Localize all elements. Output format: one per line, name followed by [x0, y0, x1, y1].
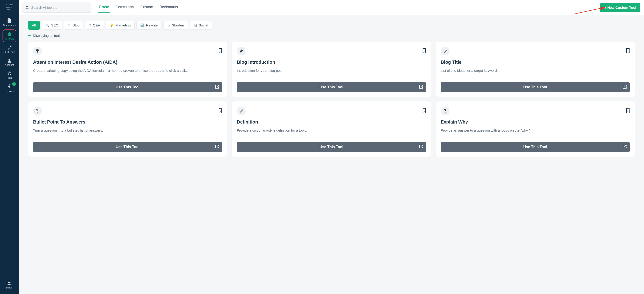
sidebar-item-label: Documents [3, 24, 16, 27]
use-tool-button[interactable]: Use This Tool [33, 142, 222, 152]
external-link-icon [419, 145, 423, 149]
sidebar-item-switch[interactable]: Switch [2, 279, 16, 291]
search-icon [26, 6, 29, 10]
sidebar-item-label: Updates [5, 90, 14, 92]
wand-icon [441, 47, 450, 55]
tab-custom[interactable]: Custom [140, 2, 154, 13]
sidebar-item-label: SEO Tools [4, 51, 16, 53]
tab-bookmarks[interactable]: Bookmarks [159, 2, 179, 13]
sidebar-item-updates[interactable]: 1 Updates [2, 82, 16, 94]
tool-description: Provide an answer to a question with a f… [441, 128, 630, 138]
search-input[interactable] [31, 6, 88, 10]
status-line: ➔ Displaying all tools [19, 32, 644, 42]
sidebar-item-account[interactable]: Account [2, 56, 16, 68]
tool-description: Turn a question into a bulleted list of … [33, 128, 222, 138]
use-tool-button[interactable]: Use This Tool [33, 82, 222, 92]
tool-card: Blog Introduction Introduction for your … [232, 42, 431, 97]
app-logo [5, 3, 14, 12]
main-area: Frase Community Custom Bookmarks + New C… [19, 0, 644, 294]
filter-marketing[interactable]: 💡Marketing [106, 21, 134, 30]
tool-description: List of title ideas for a target keyword… [441, 68, 630, 78]
bookmark-icon[interactable] [626, 108, 630, 114]
sidebar-item-ai-tools[interactable]: AI Tools [2, 30, 16, 42]
tool-card: Explain Why Provide an answer to a quest… [436, 101, 635, 157]
bulb-icon [33, 47, 42, 55]
bulb-icon: 💡 [110, 24, 114, 27]
tool-title: Definition [237, 119, 426, 125]
tool-title: Bullet Point To Answers [33, 119, 222, 125]
svg-rect-2 [10, 4, 13, 5]
tool-description: Introduction for your blog post. [237, 68, 426, 78]
tool-card: Definition Provide a dictionary-style de… [232, 101, 431, 157]
use-tool-button[interactable]: Use This Tool [441, 82, 630, 92]
svg-point-4 [11, 7, 12, 8]
svg-point-10 [10, 34, 10, 35]
arrow-right-icon: ➔ [28, 33, 31, 38]
tool-grid: Attention Interest Desire Action (AIDA) … [19, 42, 644, 166]
filter-social[interactable]: 🖼Social [190, 21, 212, 30]
svg-rect-6 [8, 33, 11, 36]
tab-community[interactable]: Community [114, 2, 135, 13]
filter-blog[interactable]: ✎Blog [64, 21, 83, 30]
filter-shorten[interactable]: ⇲Shorten [164, 21, 188, 30]
new-custom-tool-button[interactable]: + New Custom Tool [600, 3, 640, 12]
sidebar-item-seo-tools[interactable]: SEO Tools [2, 43, 16, 55]
updates-badge: 1 [12, 82, 16, 86]
filter-chips: All 🔍SEO ✎Blog ?Q&A 💡Marketing 🔄Rewrite … [19, 15, 644, 32]
lifebuoy-icon [7, 71, 12, 75]
svg-point-0 [6, 4, 7, 5]
sidebar: Documents AI Tools SEO Tools Account Hel… [0, 0, 19, 294]
compress-icon: ⇲ [168, 24, 170, 27]
question-icon: ? [89, 24, 91, 27]
sidebar-item-label: Switch [6, 286, 13, 289]
external-link-icon [623, 85, 626, 89]
tool-card: Bullet Point To Answers Turn a question … [28, 101, 227, 157]
tool-card: Blog Title List of title ideas for a tar… [436, 42, 635, 97]
svg-point-13 [9, 73, 10, 74]
question-icon [33, 106, 42, 115]
tool-title: Attention Interest Desire Action (AIDA) [33, 60, 222, 65]
tool-card: Attention Interest Desire Action (AIDA) … [28, 42, 227, 97]
document-icon [7, 18, 12, 23]
bookmark-icon[interactable] [422, 108, 426, 114]
robot-icon [7, 32, 12, 36]
filter-all[interactable]: All [28, 21, 40, 30]
status-text: Displaying all tools [33, 34, 61, 38]
user-icon [7, 58, 12, 63]
filter-seo[interactable]: 🔍SEO [42, 21, 62, 30]
external-link-icon [215, 145, 219, 149]
use-tool-button[interactable]: Use This Tool [237, 82, 426, 92]
svg-rect-3 [6, 7, 10, 8]
filter-rewrite[interactable]: 🔄Rewrite [136, 21, 162, 30]
tool-title: Blog Introduction [237, 60, 426, 65]
svg-rect-5 [7, 9, 10, 10]
use-tool-button[interactable]: Use This Tool [237, 142, 426, 152]
filter-qna[interactable]: ?Q&A [85, 21, 104, 30]
refresh-icon: 🔄 [140, 24, 144, 27]
search-box[interactable] [22, 3, 92, 13]
svg-point-14 [26, 6, 28, 8]
svg-point-12 [8, 72, 11, 75]
svg-point-11 [8, 59, 10, 61]
question-icon [441, 106, 450, 115]
search-icon: 🔍 [46, 24, 50, 27]
tools-icon [7, 46, 12, 50]
sidebar-item-help[interactable]: Help [2, 69, 16, 81]
bookmark-icon[interactable] [422, 48, 426, 54]
side-nav: Documents AI Tools SEO Tools Account Hel… [0, 16, 19, 279]
shuffle-icon [7, 281, 12, 285]
topbar: Frase Community Custom Bookmarks + New C… [19, 0, 644, 15]
use-tool-button[interactable]: Use This Tool [441, 142, 630, 152]
bookmark-icon[interactable] [218, 108, 222, 114]
tool-title: Explain Why [441, 119, 630, 125]
bookmark-icon[interactable] [626, 48, 630, 54]
bookmark-icon[interactable] [218, 48, 222, 54]
sidebar-item-documents[interactable]: Documents [2, 16, 16, 29]
svg-rect-8 [9, 33, 10, 33]
media-icon: 🖼 [194, 24, 197, 27]
external-link-icon [623, 145, 626, 149]
tool-title: Blog Title [441, 60, 630, 65]
tab-frase[interactable]: Frase [98, 2, 110, 13]
external-link-icon [419, 85, 423, 89]
tool-description: Provide a dictionary-style definition fo… [237, 128, 426, 138]
